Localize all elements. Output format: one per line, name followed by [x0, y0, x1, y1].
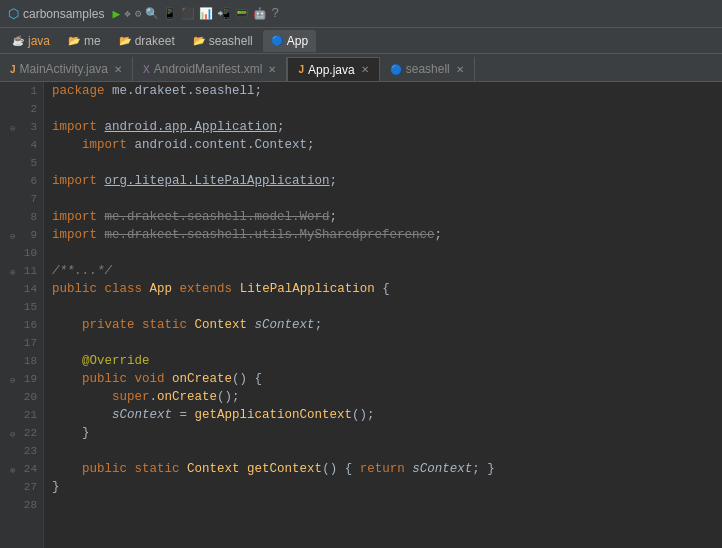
file-tabs: J MainActivity.java ✕ X AndroidManifest.…: [0, 54, 722, 82]
me-icon: 📂: [68, 35, 80, 46]
toolbar-icon-6[interactable]: 📊: [199, 7, 213, 20]
project-tab-drakeet-label: drakeet: [135, 34, 175, 48]
code-line-16: private static Context sContext;: [48, 316, 718, 334]
gutter-17: 17: [8, 334, 37, 352]
gutter-18: 18: [8, 352, 37, 370]
mainactivity-close[interactable]: ✕: [114, 64, 122, 75]
project-tab-java[interactable]: ☕ java: [4, 30, 58, 52]
gutter-2: 2: [8, 100, 37, 118]
gutter-28: 28: [8, 496, 37, 514]
seashell-close[interactable]: ✕: [456, 64, 464, 75]
manifest-icon: X: [143, 64, 150, 75]
gutter-6: 6: [8, 172, 37, 190]
gutter-8: 8: [8, 208, 37, 226]
code-line-1: package me.drakeet.seashell;: [48, 82, 718, 100]
file-tab-manifest[interactable]: X AndroidManifest.xml ✕: [133, 57, 287, 81]
code-line-17: [48, 334, 718, 352]
project-tab-app[interactable]: 🔵 App: [263, 30, 316, 52]
code-line-3: import android.app.Application;: [48, 118, 718, 136]
gutter-10: 10: [8, 244, 37, 262]
appjava-close[interactable]: ✕: [361, 64, 369, 75]
toolbar-icon-5[interactable]: ⬛: [181, 7, 195, 20]
project-tab-me[interactable]: 📂 me: [60, 30, 109, 52]
file-tab-seashell[interactable]: 🔵 seashell ✕: [380, 57, 475, 81]
code-line-14: public class App extends LitePalApplicat…: [48, 280, 718, 298]
gutter-7: 7: [8, 190, 37, 208]
seashell-icon: 📂: [193, 35, 205, 46]
left-strip: [0, 82, 8, 548]
code-line-4: import android.content.Context;: [48, 136, 718, 154]
code-line-24: public static Context getContext() { ret…: [48, 460, 718, 478]
help-icon[interactable]: ?: [271, 6, 279, 21]
code-line-8: import me.drakeet.seashell.model.Word;: [48, 208, 718, 226]
project-tab-java-label: java: [28, 34, 50, 48]
code-line-9: import me.drakeet.seashell.utils.MyShare…: [48, 226, 718, 244]
code-line-28: [48, 496, 718, 514]
gutter-11: ⊕11: [8, 262, 37, 280]
line-numbers: 1 2 ⊖3 4 5 6 7 8 ⊖9 10 ⊕11 14 15 16 17 1…: [8, 82, 44, 548]
code-line-6: import org.litepal.LitePalApplication;: [48, 172, 718, 190]
gutter-5: 5: [8, 154, 37, 172]
gutter-20: 20: [8, 388, 37, 406]
project-tab-seashell-label: seashell: [209, 34, 253, 48]
code-line-5: [48, 154, 718, 172]
gutter-9: ⊖9: [8, 226, 37, 244]
run-icon[interactable]: ▶: [112, 6, 120, 22]
appjava-icon: J: [298, 64, 304, 75]
code-line-23: [48, 442, 718, 460]
title-bar-icon: ⬡: [8, 6, 19, 22]
gutter-3: ⊖3: [8, 118, 37, 136]
project-tab-drakeet[interactable]: 📂 drakeet: [111, 30, 183, 52]
toolbar-icon-1[interactable]: ❖: [124, 7, 131, 20]
drakeet-icon: 📂: [119, 35, 131, 46]
code-line-15: [48, 298, 718, 316]
file-tab-seashell-label: seashell: [406, 62, 450, 76]
gutter-23: 23: [8, 442, 37, 460]
file-tab-mainactivity[interactable]: J MainActivity.java ✕: [0, 57, 133, 81]
title-bar-text: carbonsamples: [23, 7, 104, 21]
gutter-19: ⊖19: [8, 370, 37, 388]
project-tab-seashell[interactable]: 📂 seashell: [185, 30, 261, 52]
file-tab-app-label: App.java: [308, 63, 355, 77]
editor: 1 2 ⊖3 4 5 6 7 8 ⊖9 10 ⊕11 14 15 16 17 1…: [0, 82, 722, 548]
code-line-22: }: [48, 424, 718, 442]
gutter-24: ⊕24: [8, 460, 37, 478]
toolbar-icon-8[interactable]: 📟: [235, 7, 249, 20]
code-line-11: /**...*/: [48, 262, 718, 280]
manifest-close[interactable]: ✕: [268, 64, 276, 75]
toolbar-icon-4[interactable]: 📱: [163, 7, 177, 20]
project-tab-app-label: App: [287, 34, 308, 48]
code-line-21: sContext = getApplicationContext();: [48, 406, 718, 424]
project-tab-me-label: me: [84, 34, 101, 48]
file-tab-mainactivity-label: MainActivity.java: [20, 62, 108, 76]
code-line-27: }: [48, 478, 718, 496]
toolbar-icon-7[interactable]: 📲: [217, 7, 231, 20]
app-icon: 🔵: [271, 35, 283, 46]
gutter-22: ⊖22: [8, 424, 37, 442]
mainactivity-icon: J: [10, 64, 16, 75]
code-line-20: super.onCreate();: [48, 388, 718, 406]
gutter-21: 21: [8, 406, 37, 424]
toolbar-icon-2[interactable]: ⚙: [135, 7, 142, 20]
gutter-14: 14: [8, 280, 37, 298]
project-tabs: ☕ java 📂 me 📂 drakeet 📂 seashell 🔵 App: [0, 28, 722, 54]
title-bar: ⬡ carbonsamples ▶ ❖ ⚙ 🔍 📱 ⬛ 📊 📲 📟 🤖 ?: [0, 0, 722, 28]
code-line-19: public void onCreate() {: [48, 370, 718, 388]
code-line-7: [48, 190, 718, 208]
file-tab-manifest-label: AndroidManifest.xml: [154, 62, 263, 76]
file-tab-app[interactable]: J App.java ✕: [287, 57, 379, 81]
toolbar-icon-9[interactable]: 🤖: [253, 7, 267, 20]
seashell-tab-icon: 🔵: [390, 64, 402, 75]
gutter-16: 16: [8, 316, 37, 334]
code-line-2: [48, 100, 718, 118]
gutter-27: 27: [8, 478, 37, 496]
code-area[interactable]: package me.drakeet.seashell; import andr…: [44, 82, 722, 548]
gutter-15: 15: [8, 298, 37, 316]
toolbar-icon-3[interactable]: 🔍: [145, 7, 159, 20]
gutter-4: 4: [8, 136, 37, 154]
code-line-18: @Override: [48, 352, 718, 370]
gutter-1: 1: [8, 82, 37, 100]
java-icon: ☕: [12, 35, 24, 46]
code-line-10: [48, 244, 718, 262]
